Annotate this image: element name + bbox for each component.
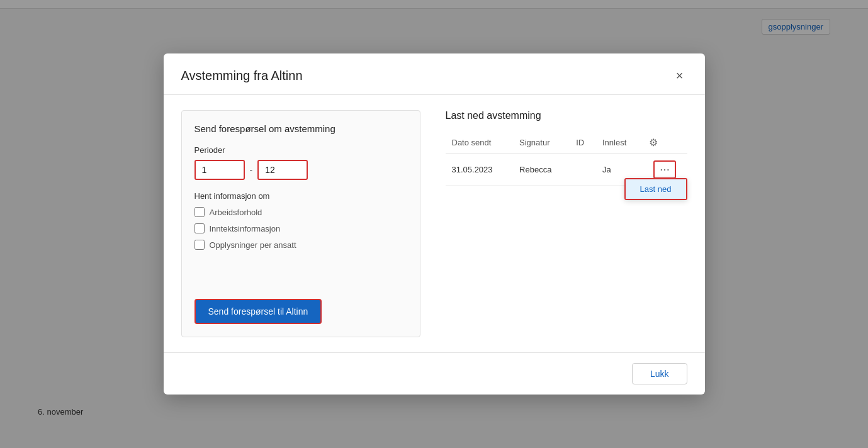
col-innlest: Innlest (596, 132, 643, 154)
checkbox-inntekt-input[interactable] (194, 223, 205, 233)
col-dato-sendt: Dato sendt (446, 132, 514, 154)
period-row: - (194, 160, 407, 180)
col-id: ID (570, 132, 596, 154)
dropdown-menu: Last ned (624, 178, 687, 200)
close-footer-button[interactable]: Lukk (632, 363, 687, 384)
modal-header: Avstemming fra Altinn × (164, 53, 705, 95)
period-from-input[interactable] (194, 160, 245, 180)
modal-overlay: Avstemming fra Altinn × Send forespørsel… (0, 0, 868, 448)
cell-id (570, 154, 596, 186)
checkbox-opplysninger-label: Opplysninger per ansatt (210, 240, 296, 250)
cell-signatur: Rebecca (513, 154, 570, 186)
dropdown-item-last-ned[interactable]: Last ned (626, 179, 686, 199)
period-section: Perioder - (194, 145, 407, 180)
period-separator: - (250, 165, 253, 175)
cell-dato-sendt: 31.05.2023 (446, 154, 514, 186)
checkbox-arbeidsforhold-label: Arbeidsforhold (210, 208, 262, 217)
table-wrapper: Dato sendt Signatur ID Innlest ⚙ (446, 132, 687, 186)
cell-actions: ⋯ Last ned (643, 154, 687, 186)
data-table: Dato sendt Signatur ID Innlest ⚙ (446, 132, 687, 186)
gear-icon[interactable]: ⚙ (649, 137, 658, 148)
checkbox-group: Arbeidsforhold Inntektsinformasjon Opply… (194, 207, 407, 250)
modal-close-button[interactable]: × (672, 67, 687, 84)
table-header-row: Dato sendt Signatur ID Innlest ⚙ (446, 132, 687, 154)
info-label: Hent informasjon om (194, 191, 407, 201)
right-panel: Last ned avstemming Dato sendt Signatur … (446, 110, 687, 337)
checkbox-opplysninger-input[interactable] (194, 240, 205, 250)
modal-title: Avstemming fra Altinn (181, 69, 303, 83)
col-actions: ⚙ (643, 132, 687, 154)
period-label: Perioder (194, 145, 407, 155)
modal-body: Send forespørsel om avstemming Perioder … (164, 95, 705, 352)
more-button[interactable]: ⋯ (653, 160, 676, 179)
checkbox-inntekt[interactable]: Inntektsinformasjon (194, 223, 407, 233)
info-section: Hent informasjon om Arbeidsforhold Innte… (194, 191, 407, 250)
checkbox-arbeidsforhold-input[interactable] (194, 207, 205, 217)
send-button[interactable]: Send forespørsel til Altinn (194, 299, 322, 324)
modal: Avstemming fra Altinn × Send forespørsel… (164, 53, 705, 395)
right-panel-title: Last ned avstemming (446, 110, 687, 121)
col-signatur: Signatur (513, 132, 570, 154)
left-panel-title: Send forespørsel om avstemming (194, 123, 407, 134)
checkbox-opplysninger[interactable]: Opplysninger per ansatt (194, 240, 407, 250)
period-to-input[interactable] (257, 160, 308, 180)
checkbox-inntekt-label: Inntektsinformasjon (210, 224, 281, 233)
checkbox-arbeidsforhold[interactable]: Arbeidsforhold (194, 207, 407, 217)
modal-footer: Lukk (164, 352, 705, 395)
left-panel: Send forespørsel om avstemming Perioder … (181, 110, 420, 337)
table-row: 31.05.2023 Rebecca Ja ⋯ Last ned (446, 154, 687, 186)
